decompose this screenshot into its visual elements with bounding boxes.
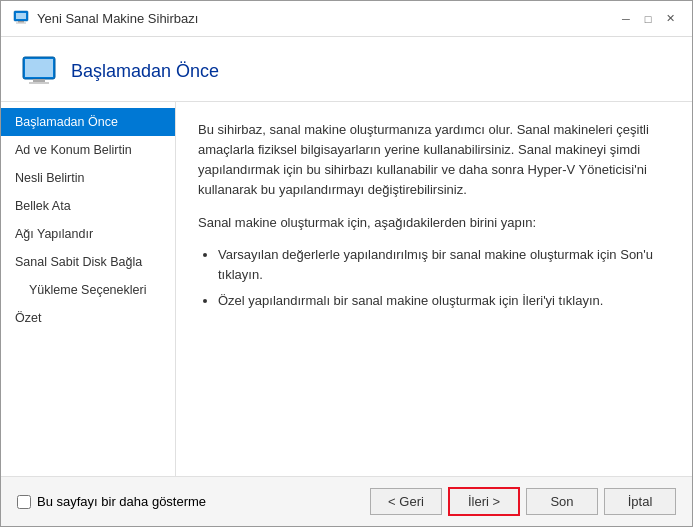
svg-rect-7 bbox=[29, 82, 49, 84]
dont-show-checkbox-label[interactable]: Bu sayfayı bir daha gösterme bbox=[17, 494, 206, 509]
title-bar: Yeni Sanal Makine Sihirbazı ─ □ ✕ bbox=[1, 1, 692, 37]
footer: Bu sayfayı bir daha gösterme < Geri İler… bbox=[1, 476, 692, 526]
title-bar-controls: ─ □ ✕ bbox=[616, 9, 680, 29]
svg-rect-3 bbox=[16, 23, 26, 24]
title-bar-left: Yeni Sanal Makine Sihirbazı bbox=[13, 9, 198, 28]
dont-show-label: Bu sayfayı bir daha gösterme bbox=[37, 494, 206, 509]
bullet-son: Varsayılan değerlerle yapılandırılmış bi… bbox=[218, 245, 670, 285]
header-section: Başlamadan Önce bbox=[1, 37, 692, 102]
minimize-button[interactable]: ─ bbox=[616, 9, 636, 29]
finish-button[interactable]: Son bbox=[526, 488, 598, 515]
wizard-window: Yeni Sanal Makine Sihirbazı ─ □ ✕ Başlam… bbox=[0, 0, 693, 527]
sidebar: Başlamadan Önce Ad ve Konum Belirtin Nes… bbox=[1, 102, 176, 476]
intro-paragraph: Bu sihirbaz, sanal makine oluşturmanıza … bbox=[198, 120, 670, 201]
header-monitor-icon bbox=[21, 53, 57, 89]
svg-rect-6 bbox=[33, 79, 45, 82]
next-button[interactable]: İleri > bbox=[448, 487, 520, 516]
back-button[interactable]: < Geri bbox=[370, 488, 442, 515]
sidebar-item-ad-ve-konum[interactable]: Ad ve Konum Belirtin bbox=[1, 136, 175, 164]
sidebar-item-baslamadan-once[interactable]: Başlamadan Önce bbox=[1, 108, 175, 136]
svg-rect-1 bbox=[16, 13, 26, 19]
main-layout: Başlamadan Önce Başlamadan Önce Ad ve Ko… bbox=[1, 37, 692, 526]
main-content: Bu sihirbaz, sanal makine oluşturmanıza … bbox=[176, 102, 692, 476]
maximize-button[interactable]: □ bbox=[638, 9, 658, 29]
close-button[interactable]: ✕ bbox=[660, 9, 680, 29]
instruction-paragraph: Sanal makine oluşturmak için, aşağıdakil… bbox=[198, 213, 670, 233]
title-bar-icon bbox=[13, 9, 29, 28]
title-bar-title: Yeni Sanal Makine Sihirbazı bbox=[37, 11, 198, 26]
cancel-button[interactable]: İptal bbox=[604, 488, 676, 515]
bullet-ileri: Özel yapılandırmalı bir sanal makine olu… bbox=[218, 291, 670, 311]
header-title: Başlamadan Önce bbox=[71, 61, 219, 82]
svg-rect-2 bbox=[18, 21, 24, 23]
sidebar-item-bellek-ata[interactable]: Bellek Ata bbox=[1, 192, 175, 220]
body-section: Başlamadan Önce Ad ve Konum Belirtin Nes… bbox=[1, 102, 692, 476]
svg-rect-5 bbox=[25, 59, 53, 77]
footer-right: < Geri İleri > Son İptal bbox=[370, 487, 676, 516]
dont-show-checkbox[interactable] bbox=[17, 495, 31, 509]
sidebar-item-ozet[interactable]: Özet bbox=[1, 304, 175, 332]
sidebar-item-nesli-belirtin[interactable]: Nesli Belirtin bbox=[1, 164, 175, 192]
instruction-list: Varsayılan değerlerle yapılandırılmış bi… bbox=[218, 245, 670, 311]
sidebar-item-sanal-disk[interactable]: Sanal Sabit Disk Bağla bbox=[1, 248, 175, 276]
footer-left: Bu sayfayı bir daha gösterme bbox=[17, 494, 206, 509]
sidebar-item-yukleme-seconek[interactable]: Yükleme Seçenekleri bbox=[1, 276, 175, 304]
sidebar-item-agi-yapilandir[interactable]: Ağı Yapılandır bbox=[1, 220, 175, 248]
